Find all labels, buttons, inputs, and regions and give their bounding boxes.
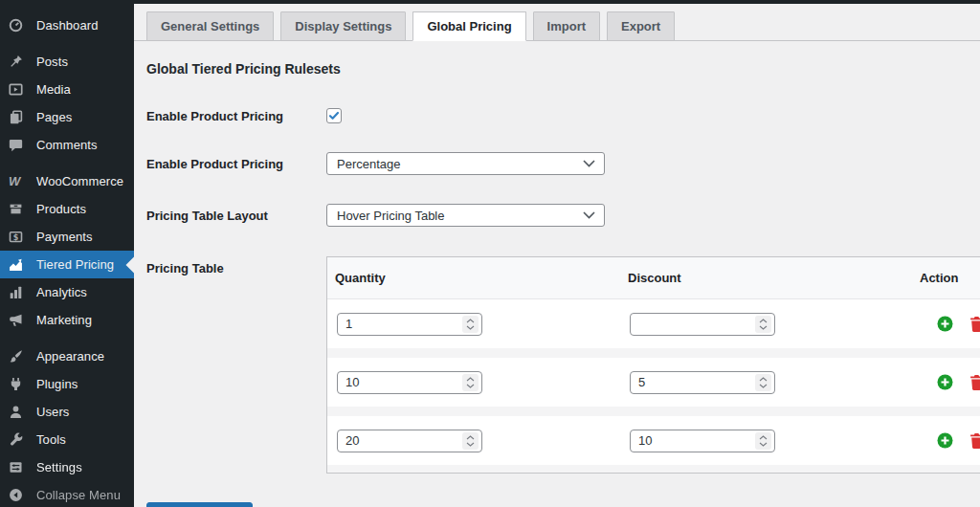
sidebar-item-dashboard[interactable]: Dashboard: [0, 11, 134, 39]
plugin-icon: [9, 377, 28, 391]
tab-display-settings[interactable]: Display Settings: [280, 11, 406, 41]
delete-row-button[interactable]: [969, 374, 980, 390]
delete-row-button[interactable]: [969, 432, 980, 449]
plus-circle-icon: [937, 316, 953, 332]
settings-tabs: General Settings Display Settings Global…: [134, 11, 980, 41]
sidebar-item-label: Settings: [36, 460, 82, 474]
sidebar-item-tiered-pricing[interactable]: Tiered Pricing: [0, 251, 134, 278]
spinner-down-icon: [759, 442, 768, 447]
sidebar-item-label: Payments: [36, 230, 93, 244]
sidebar-item-tools[interactable]: Tools: [0, 426, 134, 453]
payments-icon: $: [9, 230, 28, 244]
number-spinner[interactable]: [462, 316, 479, 333]
sidebar-item-plugins[interactable]: Plugins: [0, 370, 134, 398]
sidebar-item-analytics[interactable]: Analytics: [0, 278, 134, 306]
pricing-rule-row: [327, 416, 980, 465]
trash-icon: [969, 432, 980, 449]
pricing-type-value: Percentage: [337, 157, 401, 171]
row-actions: [920, 316, 980, 332]
sidebar-item-label: Users: [36, 405, 69, 419]
sidebar-item-label: Comments: [36, 138, 98, 152]
pricing-table-row: Pricing Table Quantity Discount Action: [146, 256, 980, 474]
quantity-input[interactable]: [337, 430, 482, 452]
comment-icon: [9, 138, 28, 152]
pin-icon: [9, 55, 28, 69]
sidebar-item-label: Analytics: [36, 285, 87, 299]
spinner-down-icon: [466, 325, 475, 330]
sidebar-item-settings[interactable]: Settings: [0, 453, 134, 481]
sidebar-item-products[interactable]: Products: [0, 195, 134, 223]
enable-pricing-row: Enable Product Pricing: [146, 108, 980, 123]
enable-pricing-label: Enable Product Pricing: [146, 108, 326, 123]
number-spinner[interactable]: [755, 374, 771, 391]
plus-circle-icon: [937, 432, 953, 449]
table-layout-select[interactable]: Hover Pricing Table: [326, 204, 605, 227]
quantity-input-wrap: [337, 371, 482, 394]
pricing-type-label: Enable Product Pricing: [146, 152, 326, 171]
sidebar-item-payments[interactable]: $ Payments: [0, 223, 134, 251]
wrench-icon: [9, 432, 28, 447]
quantity-input[interactable]: [337, 313, 482, 336]
enable-pricing-checkbox[interactable]: [326, 108, 342, 123]
quantity-input-wrap: [337, 313, 482, 336]
discount-input[interactable]: [630, 313, 775, 336]
discount-input-wrap: [630, 430, 775, 452]
pricing-type-row: Enable Product Pricing Percentage: [146, 152, 980, 175]
sidebar-item-label: Posts: [36, 55, 68, 69]
tab-import[interactable]: Import: [533, 11, 600, 41]
collapse-arrow-icon: [9, 488, 28, 502]
tab-export[interactable]: Export: [607, 11, 675, 41]
delete-row-button[interactable]: [969, 316, 980, 332]
page-title: Global Tiered Pricing Rulesets: [146, 61, 980, 77]
quantity-input[interactable]: [337, 371, 482, 394]
spinner-up-icon: [759, 435, 768, 440]
tab-global-pricing[interactable]: Global Pricing: [412, 11, 525, 41]
sidebar-item-label: Marketing: [36, 313, 92, 327]
number-spinner[interactable]: [755, 316, 771, 333]
row-actions: [920, 374, 980, 390]
sidebar-item-label: Pages: [36, 110, 72, 124]
dashboard-icon: [9, 18, 28, 33]
number-spinner[interactable]: [462, 432, 479, 450]
number-spinner[interactable]: [462, 374, 479, 391]
svg-text:$: $: [13, 233, 19, 242]
sidebar-item-posts[interactable]: Posts: [0, 48, 134, 76]
discount-input-wrap: [630, 371, 775, 394]
sidebar-item-appearance[interactable]: Appearance: [0, 342, 134, 370]
sidebar-item-pages[interactable]: Pages: [0, 103, 134, 131]
row-actions: [920, 432, 980, 449]
number-spinner[interactable]: [755, 432, 771, 450]
add-row-button[interactable]: [937, 374, 953, 390]
sidebar-item-media[interactable]: Media: [0, 76, 134, 103]
spinner-up-icon: [759, 377, 768, 382]
sidebar-item-comments[interactable]: Comments: [0, 131, 134, 159]
pricing-type-select[interactable]: Percentage: [326, 152, 605, 175]
sidebar-item-marketing[interactable]: Marketing: [0, 306, 134, 334]
admin-sidebar: Dashboard Posts Media Pages Comments W W…: [0, 0, 134, 507]
pricing-rule-row: [327, 358, 980, 407]
settings-page: General Settings Display Settings Global…: [134, 0, 980, 507]
tab-general-settings[interactable]: General Settings: [146, 11, 274, 41]
add-row-button[interactable]: [937, 316, 953, 332]
spinner-up-icon: [466, 377, 475, 382]
sidebar-item-users[interactable]: Users: [0, 398, 134, 426]
sidebar-item-woocommerce[interactable]: W WooCommerce: [0, 167, 134, 195]
discount-input[interactable]: [630, 430, 775, 452]
spinner-down-icon: [466, 442, 475, 447]
products-icon: [9, 202, 28, 216]
save-changes-button[interactable]: Save Changes: [146, 502, 253, 507]
admin-top-strip: [0, 0, 980, 4]
woocommerce-icon: W: [9, 174, 28, 188]
discount-input[interactable]: [630, 371, 775, 394]
sidebar-item-label: Collapse Menu: [36, 488, 121, 502]
sidebar-item-label: Tiered Pricing: [36, 257, 114, 272]
add-row-button[interactable]: [937, 432, 953, 449]
sidebar-item-collapse-menu[interactable]: Collapse Menu: [0, 481, 134, 507]
table-layout-value: Hover Pricing Table: [337, 209, 444, 223]
sidebar-item-label: Products: [36, 202, 86, 216]
megaphone-icon: [9, 313, 28, 327]
table-layout-label: Pricing Table Layout: [146, 204, 326, 223]
spinner-up-icon: [759, 319, 768, 323]
user-icon: [9, 405, 28, 419]
chevron-down-icon: [583, 160, 595, 167]
